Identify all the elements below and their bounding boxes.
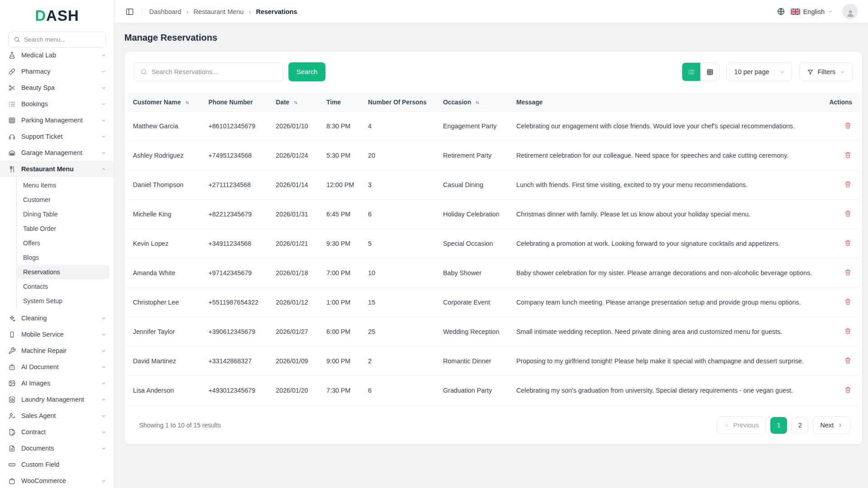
- cell-occasion: Baby Shower: [438, 269, 511, 277]
- delete-button[interactable]: [844, 297, 853, 306]
- column-header[interactable]: Customer Name: [127, 99, 203, 106]
- sidebar-item[interactable]: Mobile Service: [0, 326, 114, 343]
- filters-button[interactable]: Filters: [799, 62, 853, 81]
- delete-button[interactable]: [844, 180, 853, 189]
- delete-button[interactable]: [844, 209, 853, 218]
- delete-button[interactable]: [844, 239, 853, 248]
- column-header[interactable]: Message: [511, 99, 834, 106]
- search-button[interactable]: Search: [288, 62, 326, 81]
- sidebar-item[interactable]: Custom Field: [0, 456, 114, 473]
- sidebar-subitem[interactable]: Offers: [17, 236, 109, 250]
- previous-label: Previous: [733, 422, 759, 429]
- delete-button[interactable]: [844, 356, 853, 365]
- column-header[interactable]: Date: [270, 99, 321, 106]
- sidebar-item[interactable]: Documents: [0, 440, 114, 456]
- sidebar-subitem[interactable]: Contacts: [17, 279, 109, 294]
- cell-occasion: Wedding Reception: [438, 328, 511, 335]
- cell-persons: 20: [363, 152, 438, 159]
- sort-icon[interactable]: [292, 99, 299, 106]
- delete-button[interactable]: [844, 150, 853, 160]
- cell-date: 2026/01/31: [270, 211, 321, 218]
- sidebar-item-label: Restaurant Menu: [21, 165, 74, 173]
- trash-icon: [844, 327, 852, 335]
- page-button[interactable]: 1: [770, 417, 787, 434]
- sidebar-item[interactable]: Contract: [0, 424, 114, 440]
- sidebar-item-label: Beauty Spa: [21, 84, 55, 91]
- sidebar-item-restaurant-menu[interactable]: Restaurant Menu: [0, 161, 114, 177]
- column-label: Customer Name: [133, 99, 181, 106]
- logo-text: ASH: [46, 7, 79, 24]
- sidebar-subitem[interactable]: Menu Items: [17, 178, 109, 192]
- column-header[interactable]: Time: [321, 99, 363, 106]
- sidebar-item[interactable]: Machine Repair: [0, 343, 114, 359]
- sidebar-item[interactable]: Bookings: [0, 96, 114, 112]
- column-header[interactable]: Actions: [834, 99, 859, 106]
- sidebar-item[interactable]: Pharmacy: [0, 63, 114, 80]
- cell-persons: 15: [363, 299, 438, 306]
- grid-view-button[interactable]: [701, 63, 719, 81]
- chevron-down-icon: [101, 134, 107, 140]
- column-label: Date: [276, 99, 289, 106]
- column-header[interactable]: Number Of Persons: [363, 99, 438, 106]
- sidebar-subitem[interactable]: Blogs: [17, 250, 109, 265]
- sidebar-item[interactable]: WooCommerce: [0, 473, 114, 488]
- sort-icon[interactable]: [184, 99, 190, 106]
- reservations-search-input[interactable]: [151, 68, 277, 75]
- cell-persons: 5: [363, 240, 438, 247]
- chevron-down-icon: [101, 380, 107, 386]
- sidebar-item[interactable]: Medical Lab: [0, 52, 114, 63]
- cell-time: 9:30 PM: [321, 240, 363, 247]
- sidebar-search-input[interactable]: [24, 36, 104, 43]
- user-avatar[interactable]: [842, 4, 858, 19]
- sidebar-item[interactable]: Beauty Spa: [0, 80, 114, 96]
- chevron-down-icon: [101, 85, 107, 91]
- sidebar-item[interactable]: Laundry Management: [0, 391, 114, 408]
- cell-message: Proposing to my girlfriend tonight! Plea…: [511, 357, 834, 365]
- sidebar-item-label: Bookings: [21, 100, 48, 108]
- sidebar-toggle-icon[interactable]: [125, 7, 134, 16]
- cell-actions: [839, 150, 859, 161]
- column-header[interactable]: Occasion: [438, 99, 511, 106]
- sidebar-item[interactable]: Sales Agent: [0, 408, 114, 424]
- sidebar-subitem-label: Offers: [23, 239, 40, 247]
- delete-button[interactable]: [844, 327, 853, 336]
- breadcrumb-restaurant-menu[interactable]: Restaurant Menu: [193, 8, 244, 15]
- per-page-select[interactable]: 10 per page: [726, 62, 792, 81]
- sidebar-subitem[interactable]: Dining Table: [17, 207, 109, 221]
- sidebar-item[interactable]: AI Document: [0, 359, 114, 375]
- list-view-button[interactable]: [682, 63, 700, 81]
- sort-icon[interactable]: [474, 99, 481, 106]
- next-button[interactable]: Next: [813, 416, 850, 434]
- sidebar-subitem[interactable]: Customer: [17, 192, 109, 207]
- cell-customer-name: Michelle King: [127, 211, 203, 218]
- sidebar-subitem[interactable]: Reservations: [17, 265, 109, 279]
- breadcrumb-dashboard[interactable]: Dashboard: [149, 8, 181, 15]
- delete-button[interactable]: [844, 385, 853, 394]
- content: Manage Reservations Search 10 per page: [114, 23, 868, 488]
- delete-button[interactable]: [844, 121, 853, 130]
- sidebar-item[interactable]: Cleaning: [0, 310, 114, 326]
- sidebar-item[interactable]: AI Images: [0, 375, 114, 391]
- logo-accent-letter: D: [35, 7, 46, 24]
- chevron-down-icon: [101, 117, 107, 123]
- sidebar-item[interactable]: Parking Management: [0, 112, 114, 128]
- sidebar-item-label: Laundry Management: [21, 396, 84, 403]
- sidebar-subitem-label: Table Order: [23, 225, 56, 232]
- cell-occasion: Graduation Party: [438, 387, 511, 394]
- column-header[interactable]: Phone Number: [203, 99, 270, 106]
- sidebar-subitem[interactable]: Table Order: [17, 221, 109, 236]
- cell-date: 2026/01/24: [270, 152, 321, 159]
- chevron-down-icon: [101, 446, 107, 451]
- delete-button[interactable]: [844, 268, 853, 277]
- sidebar-subitem[interactable]: System Setup: [17, 294, 109, 308]
- previous-button[interactable]: Previous: [717, 416, 766, 434]
- language-selector[interactable]: English: [791, 8, 833, 15]
- globe-icon[interactable]: [777, 7, 785, 16]
- chevron-down-icon: [101, 397, 107, 403]
- sidebar-item[interactable]: Support Ticket: [0, 128, 114, 145]
- grid-view-icon: [706, 68, 714, 76]
- sidebar-item-label: Mobile Service: [21, 331, 64, 338]
- sidebar-item[interactable]: Garage Management: [0, 145, 114, 161]
- page-button[interactable]: 2: [792, 417, 808, 434]
- cell-phone-number: +5511987654322: [203, 299, 270, 306]
